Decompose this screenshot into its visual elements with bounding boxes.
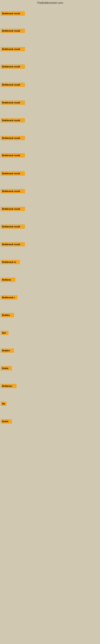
bottleneck-badge-3[interactable]: Bottleneck result	[1, 47, 25, 51]
result-row-8[interactable]: Bottleneck result	[1, 136, 25, 141]
bottleneck-badge-6[interactable]: Bottleneck result	[1, 100, 25, 105]
result-row-14[interactable]: Bottleneck result	[1, 242, 25, 247]
bottleneck-badge-18[interactable]: Bottlen	[1, 313, 14, 317]
bottleneck-badge-16[interactable]: Bottlene	[1, 278, 15, 282]
result-row-9[interactable]: Bottleneck result	[1, 153, 25, 158]
bottleneck-badge-14[interactable]: Bottleneck result	[1, 242, 25, 246]
result-row-21[interactable]: Bottle	[1, 366, 12, 371]
bottleneck-badge-1[interactable]: Bottleneck result	[1, 12, 25, 16]
result-row-12[interactable]: Bottleneck result	[1, 207, 25, 212]
result-row-10[interactable]: Bottleneck result	[1, 172, 25, 176]
result-row-24[interactable]: Bottle	[1, 420, 12, 424]
bottleneck-badge-17[interactable]: Bottleneck r	[1, 296, 17, 300]
result-row-2[interactable]: Bottleneck result	[1, 29, 25, 34]
bottleneck-badge-9[interactable]: Bottleneck result	[1, 153, 25, 158]
result-row-7[interactable]: Bottleneck result	[1, 118, 25, 123]
bottleneck-badge-12[interactable]: Bottleneck result	[1, 207, 25, 211]
bottleneck-badge-11[interactable]: Bottleneck result	[1, 189, 25, 193]
result-row-20[interactable]: Bottlen	[1, 348, 14, 354]
bottleneck-badge-19[interactable]: Bot	[1, 331, 8, 335]
result-row-15[interactable]: Bottleneck re	[1, 260, 20, 265]
result-row-1[interactable]: Bottleneck result	[1, 12, 25, 16]
bottleneck-badge-20[interactable]: Bottlen	[1, 348, 14, 352]
result-row-22[interactable]: Bottlenec	[1, 384, 16, 389]
bottleneck-badge-15[interactable]: Bottleneck re	[1, 260, 20, 264]
bottleneck-badge-22[interactable]: Bottlenec	[1, 384, 16, 388]
result-row-6[interactable]: Bottleneck result	[1, 100, 25, 106]
bottleneck-badge-10[interactable]: Bottleneck result	[1, 172, 25, 176]
bottleneck-badge-5[interactable]: Bottleneck result	[1, 83, 25, 87]
bottleneck-badge-4[interactable]: Bottleneck result	[1, 64, 25, 69]
result-row-17[interactable]: Bottleneck r	[1, 296, 17, 300]
bottleneck-badge-21[interactable]: Bottle	[1, 366, 12, 370]
result-row-19[interactable]: Bot	[1, 331, 8, 336]
bottleneck-badge-13[interactable]: Bottleneck result	[1, 224, 25, 228]
result-row-4[interactable]: Bottleneck result	[1, 64, 25, 70]
result-row-23[interactable]: Bo	[1, 402, 6, 406]
result-row-16[interactable]: Bottlene	[1, 278, 15, 282]
bottleneck-badge-8[interactable]: Bottleneck result	[1, 136, 25, 140]
bottleneck-badge-24[interactable]: Bottle	[1, 420, 12, 424]
result-row-11[interactable]: Bottleneck result	[1, 189, 25, 194]
result-row-3[interactable]: Bottleneck result	[1, 47, 25, 52]
results-container: Bottleneck resultBottleneck resultBottle…	[0, 0, 100, 644]
result-row-13[interactable]: Bottleneck result	[1, 224, 25, 230]
result-row-5[interactable]: Bottleneck result	[1, 83, 25, 88]
bottleneck-badge-23[interactable]: Bo	[1, 402, 6, 406]
result-row-18[interactable]: Bottlen	[1, 313, 14, 318]
bottleneck-badge-7[interactable]: Bottleneck result	[1, 118, 25, 122]
bottleneck-badge-2[interactable]: Bottleneck result	[1, 29, 25, 33]
